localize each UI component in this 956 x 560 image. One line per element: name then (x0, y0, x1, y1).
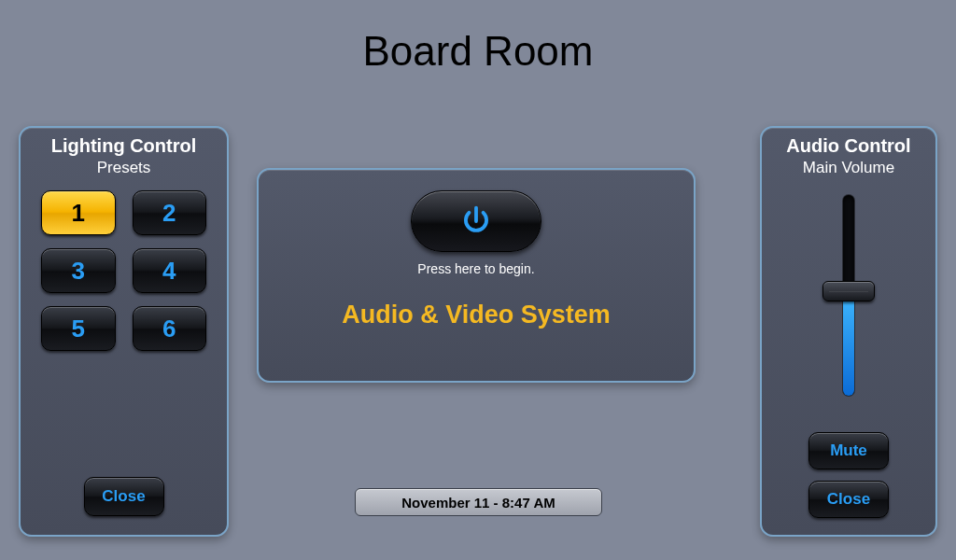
preset-button-6[interactable]: 6 (133, 306, 207, 351)
audio-close-button[interactable]: Close (808, 481, 889, 518)
audio-panel-subtitle: Main Volume (762, 159, 935, 177)
lighting-control-panel: Lighting Control Presets 1 2 3 4 5 6 Clo… (19, 126, 229, 537)
page-title: Board Room (0, 28, 956, 75)
lighting-panel-subtitle: Presets (21, 159, 227, 177)
lighting-close-button[interactable]: Close (84, 477, 164, 516)
preset-button-1[interactable]: 1 (41, 190, 116, 235)
preset-button-5[interactable]: 5 (41, 306, 116, 351)
audio-control-panel: Audio Control Main Volume Mute Close (760, 126, 937, 537)
av-system-title: Audio & Video System (342, 301, 611, 329)
power-button[interactable] (411, 190, 541, 252)
preset-button-2[interactable]: 2 (133, 190, 207, 235)
audio-panel-title: Audio Control (762, 135, 935, 157)
av-system-panel: Press here to begin. Audio & Video Syste… (257, 168, 696, 383)
volume-slider-thumb[interactable] (822, 281, 875, 301)
preset-button-4[interactable]: 4 (133, 248, 207, 293)
lighting-panel-title: Lighting Control (21, 135, 227, 157)
power-icon (458, 203, 494, 239)
press-here-label: Press here to begin. (417, 261, 534, 276)
volume-slider-fill (843, 291, 854, 396)
datetime-display: November 11 - 8:47 AM (355, 488, 602, 516)
lighting-preset-grid: 1 2 3 4 5 6 (21, 177, 227, 351)
preset-button-3[interactable]: 3 (41, 248, 116, 293)
mute-button[interactable]: Mute (808, 432, 889, 469)
